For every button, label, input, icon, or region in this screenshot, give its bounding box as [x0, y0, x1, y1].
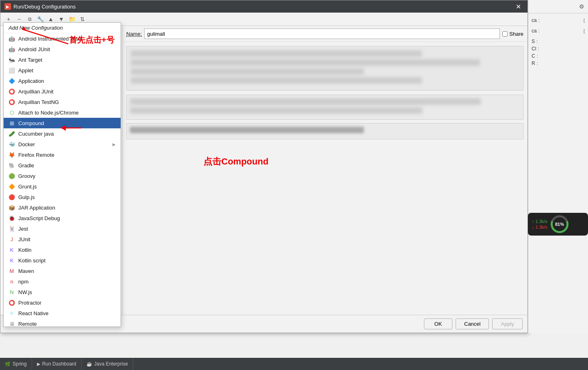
- add-new-label: Add New Configuration: [9, 25, 63, 31]
- menu-item-application[interactable]: 🔷Application: [4, 76, 121, 86]
- side-settings-button[interactable]: ⚙: [577, 2, 586, 11]
- side-row-5: C :: [532, 52, 585, 60]
- menu-item-label-jar-application: JAR Application: [18, 205, 55, 211]
- menu-item-javascript-debug[interactable]: 🐞JavaScript Debug: [4, 213, 121, 223]
- menu-item-jest[interactable]: 🃏Jest: [4, 223, 121, 234]
- menu-item-label-npm: npm: [18, 279, 28, 285]
- grunt-icon: 🔶: [9, 183, 15, 190]
- taskbar-run-dashboard[interactable]: ▶ Run Dashboard: [32, 358, 82, 370]
- side-row-6: R :: [532, 60, 585, 67]
- gulp-icon: 🔴: [9, 194, 15, 200]
- menu-item-jar-application[interactable]: 📦JAR Application: [4, 202, 121, 213]
- menu-item-docker[interactable]: 🐳Docker▶: [4, 139, 121, 149]
- menu-item-arquillian-testng[interactable]: ⭕Arquillian TestNG: [4, 97, 121, 107]
- menu-item-label-junit: JUnit: [18, 236, 30, 242]
- title-bar: ▶ Run/Debug Configurations ✕: [0, 0, 527, 13]
- side-row-4: Cl :: [532, 45, 585, 52]
- jar-icon: 📦: [9, 204, 15, 211]
- right-panel: Name: Share: [122, 26, 527, 315]
- jest-icon: 🃏: [9, 225, 15, 232]
- menu-item-label-android-junit: Android JUnit: [18, 46, 50, 52]
- add-new-header: Add New Configuration: [4, 23, 121, 33]
- menu-item-label-remote: Remote: [18, 321, 37, 327]
- spring-icon: 🌿: [5, 361, 11, 367]
- menu-item-maven[interactable]: MMaven: [4, 266, 121, 276]
- side-toolbar: ⚙: [528, 0, 588, 13]
- protractor-icon: ⭕: [9, 299, 15, 306]
- menu-item-gradle[interactable]: 🐘Gradle: [4, 160, 121, 171]
- menu-item-groovy[interactable]: 🟢Groovy: [4, 171, 121, 181]
- menu-item-ant-target[interactable]: 🐜Ant Target: [4, 54, 121, 65]
- menu-item-label-application: Application: [18, 78, 44, 84]
- ok-button[interactable]: OK: [424, 318, 452, 329]
- android-icon: 🤖: [9, 46, 15, 52]
- menu-item-gruntjs[interactable]: 🔶Grunt.js: [4, 181, 121, 192]
- blurred-row: [130, 107, 422, 114]
- menu-item-label-gulpjs: Gulp.js: [18, 194, 35, 200]
- speed-widget: ↑ 1.3k/s ↓ 1.3k/s 81%: [528, 213, 588, 236]
- taskbar: 🌿 Spring ▶ Run Dashboard ☕ Java Enterpri…: [0, 358, 588, 370]
- speed-circle: 81%: [551, 215, 569, 233]
- name-input[interactable]: [144, 28, 500, 39]
- menu-item-label-arquillian-junit: Arquillian JUnit: [18, 89, 54, 95]
- arquillian-icon: ⭕: [9, 99, 15, 105]
- share-label: Share: [509, 31, 523, 37]
- menu-item-kotlin[interactable]: KKotlin: [4, 245, 121, 255]
- ant-icon: 🐜: [9, 56, 15, 63]
- menu-item-nwjs[interactable]: NNW.js: [4, 287, 121, 297]
- speed-up: ↑ 1.3k/s: [532, 219, 547, 224]
- close-button[interactable]: ✕: [513, 2, 523, 11]
- menu-item-label-compound: Compound: [18, 120, 44, 126]
- menu-item-cucumber-java[interactable]: 🥒Cucumber java: [4, 128, 121, 139]
- share-checkbox[interactable]: [502, 31, 508, 37]
- side-row-2: ca : [: [532, 27, 585, 35]
- taskbar-run-label: Run Dashboard: [42, 361, 76, 367]
- speed-down: ↓ 1.3k/s: [532, 225, 547, 229]
- menu-item-firefox-remote[interactable]: 🦊Firefox Remote: [4, 149, 121, 160]
- speed-info: ↑ 1.3k/s ↓ 1.3k/s: [532, 219, 547, 229]
- share-option: Share: [502, 31, 523, 37]
- menu-item-arquillian-junit[interactable]: ⭕Arquillian JUnit: [4, 86, 121, 97]
- nodejs-icon: ⬡: [9, 109, 15, 116]
- menu-item-kotlin-script[interactable]: KKotlin script: [4, 255, 121, 266]
- annotation-compound: 点击Compound: [203, 156, 268, 168]
- menu-item-react-native[interactable]: ⚛React Native: [4, 308, 121, 318]
- add-config-dropdown: Add New Configuration 🤖Android Instrumen…: [3, 22, 121, 327]
- side-content: ca : [ ca : [ S : Cl : C : R :: [528, 13, 588, 70]
- menu-item-gulpjs[interactable]: 🔴Gulp.js: [4, 192, 121, 202]
- right-side-panel: ⚙ ca : [ ca : [ S : Cl : C : R :: [528, 0, 588, 333]
- taskbar-spring-label: Spring: [13, 361, 27, 367]
- menu-item-protractor[interactable]: ⭕Protractor: [4, 297, 121, 308]
- menu-item-attach-nodejs[interactable]: ⬡Attach to Node.js/Chrome: [4, 107, 121, 118]
- blurred-row: [130, 98, 481, 105]
- blurred-section-1: [126, 46, 523, 91]
- menu-item-npm[interactable]: nnpm: [4, 276, 121, 287]
- menu-item-compound[interactable]: ⊞Compound: [4, 118, 121, 128]
- maven-icon: M: [9, 268, 15, 274]
- cucumber-icon: 🥒: [9, 130, 15, 137]
- side-row-1: ca : [: [532, 17, 585, 24]
- apply-button[interactable]: Apply: [492, 318, 523, 329]
- menu-item-junit[interactable]: JJUnit: [4, 234, 121, 245]
- gradle-icon: 🐘: [9, 162, 15, 169]
- menu-item-label-groovy: Groovy: [18, 173, 35, 179]
- arquillian-icon: ⭕: [9, 88, 15, 95]
- menu-item-label-applet: Applet: [18, 67, 33, 74]
- menu-item-android-junit[interactable]: 🤖Android JUnit: [4, 44, 121, 54]
- menu-item-applet[interactable]: ⬜Applet: [4, 65, 121, 76]
- nwjs-icon: N: [9, 289, 15, 295]
- menu-item-label-jest: Jest: [18, 226, 28, 232]
- cancel-button[interactable]: Cancel: [456, 318, 489, 329]
- taskbar-java-enterprise[interactable]: ☕ Java Enterprise: [82, 358, 133, 370]
- menu-item-remote[interactable]: 🖥Remote: [4, 318, 121, 327]
- docker-icon: 🐳: [9, 141, 15, 147]
- menu-item-label-protractor: Protractor: [18, 300, 41, 306]
- blurred-section-2: [126, 95, 523, 120]
- menu-item-android-instrumented[interactable]: 🤖Android Instrumented Tests: [4, 33, 121, 44]
- jsdebug-icon: 🐞: [9, 215, 15, 221]
- menu-item-label-firefox-remote: Firefox Remote: [18, 152, 54, 158]
- taskbar-java-label: Java Enterprise: [94, 361, 128, 367]
- taskbar-spring[interactable]: 🌿 Spring: [0, 358, 32, 370]
- blurred-row: [131, 59, 480, 66]
- menu-items-container: 🤖Android Instrumented Tests🤖Android JUni…: [4, 33, 121, 327]
